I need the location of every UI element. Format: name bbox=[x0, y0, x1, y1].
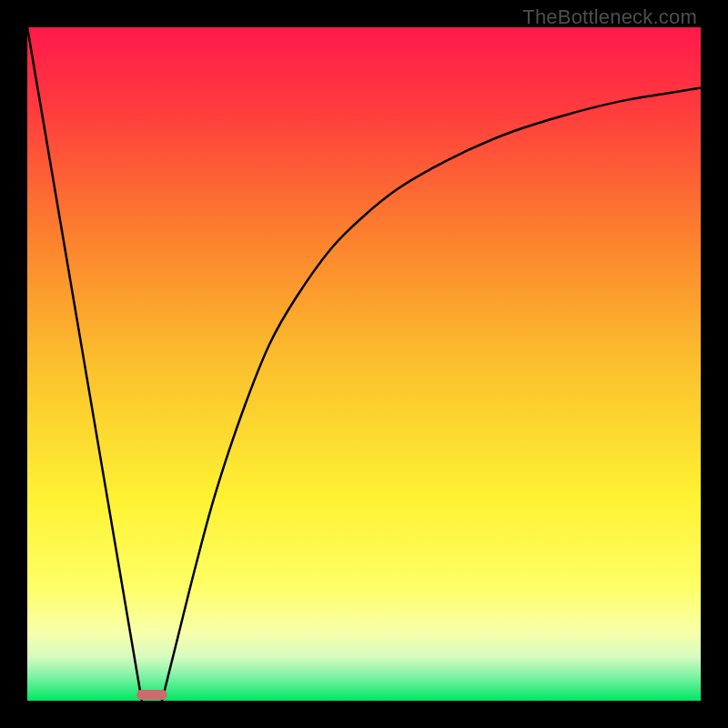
watermark-text: TheBottleneck.com bbox=[522, 5, 697, 29]
svg-rect-0 bbox=[27, 27, 701, 701]
background-gradient bbox=[27, 27, 701, 701]
plot-area bbox=[27, 27, 701, 701]
